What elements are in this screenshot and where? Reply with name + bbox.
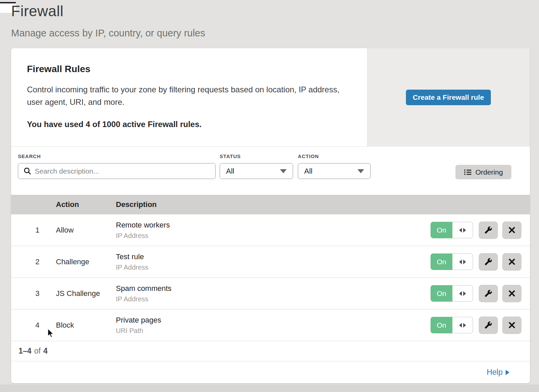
toggle-on-label: On bbox=[431, 317, 452, 333]
edit-rule-button[interactable] bbox=[479, 253, 498, 271]
pagination-total: 4 bbox=[43, 346, 48, 356]
rule-description-cell: Remote workers IP Address bbox=[116, 221, 431, 240]
create-firewall-rule-button[interactable]: Create a Firewall rule bbox=[406, 90, 491, 105]
wrench-icon bbox=[484, 321, 492, 329]
close-icon bbox=[509, 322, 515, 328]
rule-enabled-toggle[interactable]: On bbox=[431, 317, 473, 333]
toggle-arrows-icon bbox=[452, 285, 473, 302]
close-icon bbox=[509, 227, 515, 233]
search-label: SEARCH bbox=[18, 153, 216, 159]
status-select[interactable]: All bbox=[220, 163, 293, 179]
page-header: Firewall Manage access by IP, country, o… bbox=[11, 3, 205, 39]
search-filter: SEARCH bbox=[18, 153, 216, 179]
action-select-value: All bbox=[304, 167, 312, 176]
page-subtitle: Manage access by IP, country, or query r… bbox=[11, 28, 205, 39]
pagination: 1–4 of 4 bbox=[11, 341, 530, 361]
rule-description: Private pages bbox=[116, 316, 431, 325]
rules-description: Control incoming traffic to your zone by… bbox=[27, 83, 352, 108]
chevron-down-icon bbox=[357, 169, 364, 173]
pagination-range: 1–4 bbox=[19, 346, 31, 356]
rules-usage-note: You have used 4 of 1000 active Firewall … bbox=[27, 120, 352, 129]
rule-action: Allow bbox=[56, 226, 116, 235]
rule-priority: 4 bbox=[35, 321, 56, 330]
rule-controls: On bbox=[431, 285, 521, 302]
wrench-icon bbox=[484, 258, 492, 266]
toggle-arrows-icon bbox=[452, 222, 473, 238]
search-input[interactable] bbox=[35, 163, 215, 179]
ordering-list-icon bbox=[464, 169, 472, 175]
chevron-down-icon bbox=[280, 169, 287, 173]
rule-description-cell: Spam comments IP Address bbox=[116, 284, 431, 303]
rule-enabled-toggle[interactable]: On bbox=[431, 253, 473, 270]
table-body: 1 Allow Remote workers IP Address On bbox=[11, 214, 530, 341]
rule-action: JS Challenge bbox=[56, 289, 116, 298]
rule-description: Test rule bbox=[116, 252, 431, 261]
rule-description-cell: Private pages URI Path bbox=[116, 316, 431, 335]
delete-rule-button[interactable] bbox=[502, 221, 521, 239]
rule-enabled-toggle[interactable]: On bbox=[431, 222, 473, 238]
rule-action: Block bbox=[56, 321, 116, 330]
close-icon bbox=[509, 290, 515, 297]
page-title: Firewall bbox=[11, 3, 205, 20]
ordering-button-label: Ordering bbox=[475, 168, 503, 176]
help-row: Help bbox=[11, 361, 530, 383]
rule-priority: 1 bbox=[35, 226, 56, 235]
rule-match-type: IP Address bbox=[116, 295, 431, 303]
status-label: STATUS bbox=[220, 153, 293, 159]
rule-match-type: IP Address bbox=[116, 264, 431, 271]
wrench-icon bbox=[484, 226, 492, 234]
column-header-action: Action bbox=[56, 200, 116, 209]
delete-rule-button[interactable] bbox=[502, 253, 521, 271]
help-link-label: Help bbox=[487, 368, 503, 377]
rule-description: Spam comments bbox=[116, 284, 431, 293]
action-label: ACTION bbox=[298, 153, 371, 159]
status-filter: STATUS All bbox=[220, 153, 293, 179]
table-row: 4 Block Private pages URI Path On bbox=[11, 309, 530, 341]
table-row: 3 JS Challenge Spam comments IP Address … bbox=[11, 278, 530, 309]
edit-rule-button[interactable] bbox=[479, 285, 498, 302]
toggle-on-label: On bbox=[431, 285, 452, 302]
action-select[interactable]: All bbox=[298, 163, 371, 179]
rules-heading: Firewall Rules bbox=[27, 64, 352, 74]
ordering-button[interactable]: Ordering bbox=[455, 165, 511, 179]
rule-description: Remote workers bbox=[116, 221, 431, 230]
table-header: Action Description bbox=[11, 195, 530, 214]
toggle-on-label: On bbox=[431, 253, 452, 270]
rules-intro-text: Firewall Rules Control incoming traffic … bbox=[27, 64, 352, 129]
rule-controls: On bbox=[431, 253, 521, 271]
edit-rule-button[interactable] bbox=[479, 221, 498, 239]
rule-action: Challenge bbox=[56, 258, 116, 266]
rule-enabled-toggle[interactable]: On bbox=[431, 285, 473, 302]
arrow-right-icon bbox=[506, 370, 509, 375]
search-box bbox=[18, 163, 216, 179]
action-filter: ACTION All bbox=[298, 153, 371, 179]
rule-description-cell: Test rule IP Address bbox=[116, 252, 431, 271]
table-row: 2 Challenge Test rule IP Address On bbox=[11, 246, 530, 278]
rule-priority: 3 bbox=[35, 289, 56, 298]
delete-rule-button[interactable] bbox=[502, 285, 521, 302]
toggle-on-label: On bbox=[431, 222, 452, 238]
column-header-description: Description bbox=[116, 200, 157, 209]
toggle-arrows-icon bbox=[452, 317, 473, 333]
edit-rule-button[interactable] bbox=[479, 316, 498, 334]
rules-intro-section: Firewall Rules Control incoming traffic … bbox=[11, 48, 530, 147]
rule-match-type: URI Path bbox=[116, 327, 431, 335]
rule-priority: 2 bbox=[35, 258, 56, 266]
pagination-of: of bbox=[34, 346, 40, 356]
rule-match-type: IP Address bbox=[116, 232, 431, 240]
rules-intro-side-panel: Create a Firewall rule bbox=[367, 48, 530, 147]
bottom-strip bbox=[0, 385, 539, 392]
help-link[interactable]: Help bbox=[487, 368, 509, 377]
status-select-value: All bbox=[226, 167, 234, 176]
firewall-page: Firewall Manage access by IP, country, o… bbox=[0, 0, 539, 392]
close-icon bbox=[509, 259, 515, 265]
search-icon bbox=[24, 167, 31, 175]
rule-controls: On bbox=[431, 316, 521, 334]
rule-controls: On bbox=[431, 221, 521, 239]
filters-bar: SEARCH STATUS All ACTION bbox=[11, 147, 530, 195]
firewall-rules-card: Firewall Rules Control incoming traffic … bbox=[11, 48, 530, 383]
table-row: 1 Allow Remote workers IP Address On bbox=[11, 214, 530, 246]
wrench-icon bbox=[484, 290, 492, 297]
delete-rule-button[interactable] bbox=[502, 316, 521, 334]
toggle-arrows-icon bbox=[452, 253, 473, 270]
